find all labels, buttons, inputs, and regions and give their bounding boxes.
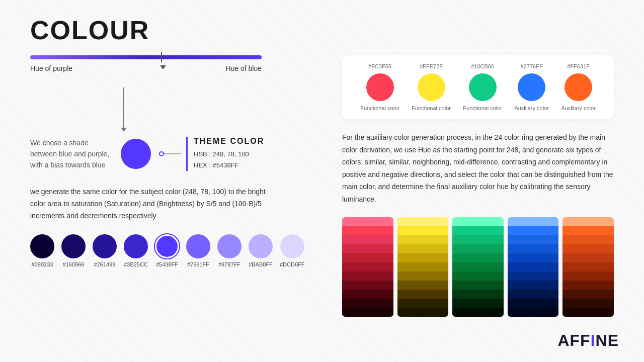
arrow-line	[123, 87, 124, 128]
palette-swatch	[562, 226, 614, 235]
swatch-circle	[155, 234, 179, 258]
hue-labels: Hue of purple Hue of blue	[30, 64, 262, 72]
func-circle	[366, 73, 394, 101]
palette-swatch	[508, 235, 559, 244]
palette-swatch	[342, 290, 393, 299]
hue-slider-section: Hue of purple Hue of blue	[30, 55, 322, 72]
swatches-row: #090233#160966#261499#3B25CC#5438FF#7661…	[30, 234, 322, 267]
palette-swatch	[342, 235, 393, 244]
palette-swatch	[397, 308, 449, 317]
swatch-label: #9787FF	[218, 261, 240, 267]
palette-swatch	[342, 299, 393, 308]
func-color-item: #10CB86Functional color	[463, 63, 502, 111]
palette-swatch	[508, 217, 559, 226]
left-column: Hue of purple Hue of blue We chose a sha…	[30, 55, 322, 317]
func-label: Auxiliary color	[514, 105, 548, 111]
page-title: COLOUR	[30, 15, 614, 45]
theme-hsb: HSB : 248, 78, 100 HEX : #5438FF	[194, 149, 264, 171]
palette-swatch	[397, 253, 449, 262]
palette-swatch	[562, 281, 614, 290]
palette-swatch	[397, 299, 449, 308]
connector-dot	[159, 151, 164, 156]
func-hex: #FFE72F	[420, 63, 443, 69]
swatch-label: #160966	[63, 261, 85, 267]
palette-swatch	[452, 262, 504, 272]
swatch-circle	[249, 234, 273, 258]
swatch-item: #5438FF	[155, 234, 179, 267]
palette-swatch	[452, 272, 504, 281]
swatch-item: #090233	[30, 234, 54, 267]
swatch-circle	[280, 234, 304, 258]
swatch-circle	[30, 234, 54, 258]
palette-swatch	[508, 299, 559, 308]
hue-bar	[30, 55, 262, 59]
func-color-item: #FFE72FFunctional color	[412, 63, 451, 111]
func-color-item: #FF631FAuxiliary color	[561, 63, 595, 111]
palette-col	[397, 217, 449, 317]
palette-swatch	[452, 253, 504, 262]
theme-color-info: THEME COLOR HSB : 248, 78, 100 HEX : #54…	[186, 137, 264, 171]
palette-swatch	[508, 262, 559, 272]
palette-col	[342, 217, 393, 317]
theme-section: We chose a shade between blue and purple…	[30, 137, 322, 171]
func-hex: #2776FF	[521, 63, 543, 69]
swatch-item: #261499	[93, 234, 117, 267]
palette-swatch	[452, 226, 504, 235]
func-hex: #10CB86	[471, 63, 494, 69]
palette-swatch	[397, 262, 449, 272]
palette-swatch	[452, 299, 504, 308]
func-circle	[565, 73, 592, 101]
swatch-label: #DCD6FF	[280, 261, 305, 267]
palette-swatch	[397, 290, 449, 299]
func-label: Functional color	[360, 105, 399, 111]
palette-swatch	[562, 235, 614, 244]
affine-logo: AFFINE	[557, 331, 619, 350]
palette-swatch	[397, 226, 449, 235]
palette-swatch	[397, 244, 449, 253]
palette-swatch	[397, 235, 449, 244]
palette-swatch	[508, 253, 559, 262]
swatch-label: #BAB0FF	[249, 261, 273, 267]
func-circle	[418, 73, 445, 101]
palette-swatch	[508, 281, 559, 290]
hue-arrow-indicator	[160, 65, 166, 69]
func-circle	[469, 73, 497, 101]
theme-color-circle	[121, 139, 151, 169]
palette-swatch	[397, 217, 449, 226]
palette-swatch	[508, 226, 559, 235]
palette-swatch	[562, 308, 614, 317]
swatch-circle	[186, 234, 210, 258]
func-label: Functional color	[412, 105, 451, 111]
connector-line	[161, 153, 181, 154]
palette-swatch	[342, 253, 393, 262]
func-color-item: #2776FFAuxiliary color	[514, 63, 548, 111]
palette-swatch	[452, 290, 504, 299]
swatch-label: #3B25CC	[124, 261, 148, 267]
swatch-circle	[124, 234, 148, 258]
func-hex: #FC3F55	[368, 63, 391, 69]
palette-swatch	[452, 235, 504, 244]
palette-swatch	[562, 244, 614, 253]
palette-col	[508, 217, 559, 317]
swatch-item: #9787FF	[217, 234, 242, 267]
palette-swatch	[508, 308, 559, 317]
palette-swatch	[342, 217, 393, 226]
palette-swatch	[562, 272, 614, 281]
palette-row	[342, 217, 614, 317]
func-label: Functional color	[463, 105, 502, 111]
theme-color-title: THEME COLOR	[194, 137, 264, 146]
swatch-circle	[61, 234, 86, 258]
functional-colors-panel: #FC3F55Functional color#FFE72FFunctional…	[342, 55, 614, 119]
palette-col	[452, 217, 504, 317]
swatch-item: #BAB0FF	[249, 234, 273, 267]
palette-swatch	[508, 244, 559, 253]
hue-blue-label: Hue of blue	[225, 64, 262, 72]
palette-swatch	[562, 290, 614, 299]
palette-swatch	[452, 244, 504, 253]
bottom-description: we generate the same color for the subje…	[30, 186, 272, 222]
swatch-item: #160966	[61, 234, 86, 267]
palette-col	[562, 217, 614, 317]
palette-swatch	[342, 244, 393, 253]
palette-swatch	[508, 272, 559, 281]
swatch-item: #DCD6FF	[280, 234, 305, 267]
